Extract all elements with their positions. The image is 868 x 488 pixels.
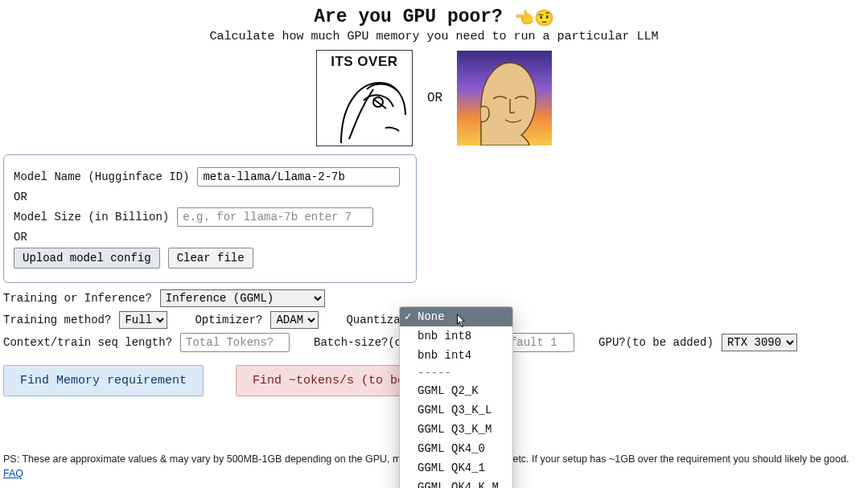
quantization-option[interactable]: None <box>400 307 512 326</box>
quantization-option[interactable]: GGML Q2_K <box>400 381 512 400</box>
meme-right <box>457 51 552 146</box>
title-emoji: 👈🤨 <box>514 10 554 28</box>
or-text-1: OR <box>14 191 406 203</box>
model-config-box: Model Name (Hugginface ID) OR Model Size… <box>3 154 417 283</box>
quantization-option[interactable]: bnb int8 <box>400 326 512 346</box>
model-name-input[interactable] <box>197 167 400 187</box>
or-text-2: OR <box>14 231 406 244</box>
upload-config-button[interactable]: Upload model config <box>14 248 160 269</box>
meme-left: ITS OVER <box>316 50 413 146</box>
find-memory-button[interactable]: Find Memory requirement <box>3 365 204 396</box>
ctx-length-label: Context/train seq length? <box>3 336 172 349</box>
meme-or-text: OR <box>427 91 442 105</box>
quantization-dropdown[interactable]: Nonebnb int8bnb int4-----GGML Q2_KGGML Q… <box>399 306 513 403</box>
page-subtitle: Calculate how much GPU memory you need t… <box>0 30 868 43</box>
model-size-label: Model Size (in Billion) <box>14 211 169 223</box>
optimizer-select[interactable]: ADAM <box>270 311 319 329</box>
title-text: Are you GPU poor? <box>314 6 503 27</box>
optimizer-label: Optimizer? <box>195 314 262 326</box>
quantization-option[interactable]: GGML Q3_K_L <box>400 400 512 403</box>
model-name-label: Model Name (Hugginface ID) <box>14 170 189 183</box>
train-method-select[interactable]: Full <box>119 311 167 329</box>
model-size-input[interactable] <box>177 207 373 227</box>
meme-row: ITS OVER OR <box>0 50 868 146</box>
gpu-label: GPU?(to be added) <box>599 336 714 349</box>
dropdown-separator: ----- <box>400 365 512 381</box>
ctx-length-input[interactable] <box>180 333 290 352</box>
quantization-option[interactable]: bnb int4 <box>400 346 512 365</box>
clear-file-button[interactable]: Clear file <box>168 248 253 269</box>
chad-face-icon <box>457 51 552 146</box>
mode-select[interactable]: Inference (GGML) <box>160 289 325 307</box>
cursor-icon <box>457 314 467 328</box>
sad-face-icon <box>317 51 412 146</box>
mode-label: Training or Inference? <box>3 292 152 305</box>
train-method-label: Training method? <box>3 314 111 326</box>
page-title: Are you GPU poor? 👈🤨 <box>0 6 868 28</box>
gpu-select[interactable]: RTX 3090 <box>722 334 797 351</box>
